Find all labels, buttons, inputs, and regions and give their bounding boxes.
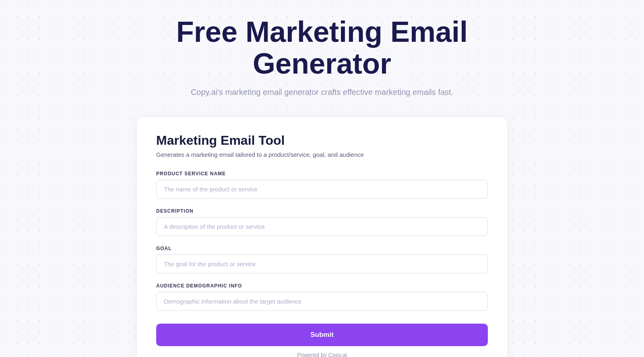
input-description[interactable]: [156, 217, 488, 236]
input-goal[interactable]: [156, 254, 488, 273]
form-group-product-service-name: PRODUCT SERVICE NAME: [156, 171, 488, 199]
form-group-goal: GOAL: [156, 246, 488, 273]
tool-title: Marketing Email Tool: [156, 133, 488, 148]
label-audience: AUDIENCE DEMOGRAPHIC INFO: [156, 283, 488, 289]
label-goal: GOAL: [156, 246, 488, 251]
input-audience[interactable]: [156, 292, 488, 311]
tool-card: Marketing Email Tool Generates a marketi…: [137, 117, 507, 357]
powered-by: Powered by Copy.ai: [156, 352, 488, 357]
form-group-audience: AUDIENCE DEMOGRAPHIC INFO: [156, 283, 488, 311]
label-description: DESCRIPTION: [156, 208, 488, 214]
submit-button[interactable]: Submit: [156, 324, 488, 346]
page-title: Free Marketing Email Generator: [121, 16, 523, 80]
label-product-service-name: PRODUCT SERVICE NAME: [156, 171, 488, 176]
form-group-description: DESCRIPTION: [156, 208, 488, 236]
tool-description: Generates a marketing email tailored to …: [156, 151, 488, 158]
page-subtitle: Copy.ai's marketing email generator craf…: [191, 88, 453, 97]
input-product-service-name[interactable]: [156, 180, 488, 199]
marketing-email-form: PRODUCT SERVICE NAME DESCRIPTION GOAL AU…: [156, 171, 488, 346]
